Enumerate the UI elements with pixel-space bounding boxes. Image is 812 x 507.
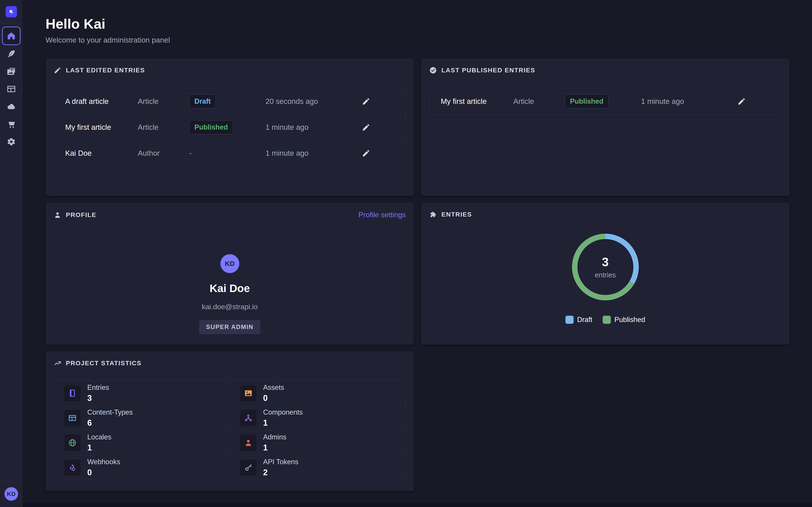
sidebar-bottom: KD xyxy=(0,482,22,507)
edit-entry-button[interactable] xyxy=(362,149,403,158)
stat-label: Entries xyxy=(87,384,109,392)
sidebar-item-content-type-builder[interactable] xyxy=(2,80,20,98)
legend-label: Draft xyxy=(577,316,592,324)
last-published-card: LAST PUBLISHED ENTRIES My first article … xyxy=(421,58,790,196)
page-title: Hello Kai xyxy=(46,16,790,32)
sidebar-divider xyxy=(0,482,22,482)
layout-icon xyxy=(68,414,77,422)
edit-entry-button[interactable] xyxy=(362,123,403,131)
webhook-icon xyxy=(68,463,77,472)
molecule-icon xyxy=(244,414,253,422)
picture-icon xyxy=(244,389,253,397)
stat-label: Assets xyxy=(263,384,284,392)
viewport-edge xyxy=(22,503,812,507)
stat-admins: Admins 1 xyxy=(230,431,406,455)
stat-value: 6 xyxy=(87,418,133,428)
profile-name: Kai Doe xyxy=(209,282,250,294)
gear-icon xyxy=(6,137,16,147)
last-edited-card: LAST EDITED ENTRIES A draft article Arti… xyxy=(46,58,414,196)
logo-area xyxy=(0,0,22,23)
check-circle-icon xyxy=(429,66,437,74)
page-subtitle: Welcome to your administration panel xyxy=(46,36,790,44)
stat-value: 3 xyxy=(87,393,109,403)
stat-value: 1 xyxy=(263,418,303,428)
stat-components: Components 1 xyxy=(230,406,406,431)
pencil-icon xyxy=(362,149,370,158)
sidebar-item-settings[interactable] xyxy=(2,132,20,151)
entry-name: A draft article xyxy=(65,97,138,106)
stat-label: Components xyxy=(263,408,303,416)
stat-entries: Entries 3 xyxy=(54,381,230,406)
draft-swatch xyxy=(565,316,573,324)
images-icon xyxy=(6,67,16,76)
card-title: ENTRIES xyxy=(442,211,472,218)
stat-label: Content-Types xyxy=(87,408,133,416)
sidebar-item-cloud[interactable] xyxy=(2,97,20,116)
entry-name: My first article xyxy=(65,123,138,131)
entry-type: Article xyxy=(138,97,189,106)
edit-entry-button[interactable] xyxy=(737,97,779,106)
profile-email: kai.doe@strapi.io xyxy=(202,302,258,311)
feather-icon xyxy=(6,49,16,59)
sidebar-item-marketplace[interactable] xyxy=(2,115,20,133)
status-badge: Published xyxy=(565,95,609,108)
status-empty: - xyxy=(189,149,265,158)
chart-legend: Draft Published xyxy=(565,316,645,324)
entry-time: 1 minute ago xyxy=(265,123,362,131)
main-content: Hello Kai Welcome to your administration… xyxy=(22,0,812,507)
table-row: A draft article Article Draft 20 seconds… xyxy=(54,88,406,114)
entry-name: Kai Doe xyxy=(65,149,138,158)
entry-time: 1 minute ago xyxy=(641,97,737,106)
book-icon xyxy=(68,389,77,397)
key-icon xyxy=(244,463,253,472)
last-published-table: My first article Article Published 1 min… xyxy=(429,88,781,114)
sidebar: KD xyxy=(0,0,22,507)
project-statistics-card: PROJECT STATISTICS Entries 3 xyxy=(46,351,414,491)
legend-label: Published xyxy=(614,316,645,324)
edit-entry-button[interactable] xyxy=(362,97,403,106)
stat-label: Locales xyxy=(87,433,111,441)
stat-assets: Assets 0 xyxy=(230,381,406,406)
last-edited-table: A draft article Article Draft 20 seconds… xyxy=(54,88,406,166)
entry-type: Author xyxy=(138,149,189,158)
globe-icon xyxy=(68,439,77,447)
stat-label: API Tokens xyxy=(263,458,298,466)
entry-name: My first article xyxy=(441,97,513,106)
user-avatar[interactable]: KD xyxy=(4,487,18,501)
pencil-icon xyxy=(362,97,370,106)
stat-value: 1 xyxy=(263,443,287,452)
stat-value: 0 xyxy=(87,468,120,477)
strapi-logo[interactable] xyxy=(6,6,17,17)
stats-table: Entries 3 Assets 0 xyxy=(54,381,406,480)
card-title: LAST PUBLISHED ENTRIES xyxy=(442,67,535,74)
stat-value: 0 xyxy=(263,393,284,403)
cloud-icon xyxy=(6,102,16,111)
stat-locales: Locales 1 xyxy=(54,431,230,455)
entries-total-label: entries xyxy=(595,271,616,279)
profile-settings-link[interactable]: Profile settings xyxy=(358,211,406,219)
entry-time: 1 minute ago xyxy=(265,149,362,158)
profile-card: PROFILE Profile settings KD Kai Doe kai.… xyxy=(46,203,414,344)
puzzle-icon xyxy=(429,211,437,218)
stat-value: 1 xyxy=(87,443,111,452)
entry-time: 20 seconds ago xyxy=(265,97,362,106)
person-icon xyxy=(244,439,253,447)
entry-type: Article xyxy=(513,97,565,106)
sidebar-item-content-manager[interactable] xyxy=(2,45,20,63)
role-badge: SUPER ADMIN xyxy=(199,320,260,334)
sidebar-item-media-library[interactable] xyxy=(2,62,20,81)
table-row: My first article Article Published 1 min… xyxy=(429,88,781,114)
sidebar-nav xyxy=(2,26,20,151)
stat-value: 2 xyxy=(263,468,298,477)
status-badge: Draft xyxy=(189,95,216,108)
legend-item-draft: Draft xyxy=(565,316,592,324)
card-title: LAST EDITED ENTRIES xyxy=(66,67,145,74)
entries-card: ENTRIES 3 entries Dr xyxy=(421,203,790,344)
user-icon xyxy=(54,211,61,219)
legend-item-published: Published xyxy=(603,316,645,324)
stat-webhooks: Webhooks 0 xyxy=(54,455,230,480)
trend-up-icon xyxy=(54,359,61,367)
sidebar-item-home[interactable] xyxy=(2,26,20,45)
card-title: PROJECT STATISTICS xyxy=(66,360,141,367)
home-icon xyxy=(6,31,16,41)
